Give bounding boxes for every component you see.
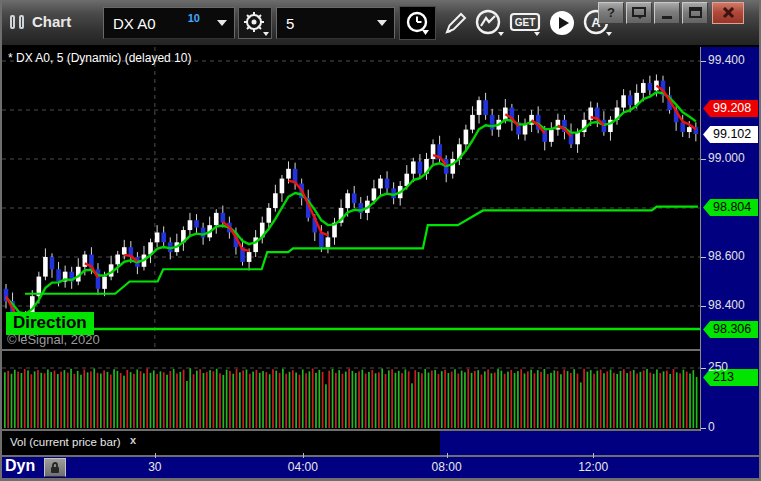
tick-mark: [447, 453, 448, 458]
minimize-button[interactable]: [654, 2, 680, 24]
dock-window-icon: [632, 7, 646, 19]
time-axis[interactable]: Dyn 3004:0008:0012:00: [2, 457, 759, 478]
close-icon: [722, 7, 735, 19]
chart-symbol-label: * DX A0, 5 (Dynamic) (delayed 10): [8, 51, 191, 65]
tick-mark: [701, 428, 706, 429]
chevron-down-icon: [606, 32, 612, 36]
trail-price-badge: 98.804: [703, 199, 758, 216]
dynamic-scale-toggle[interactable]: Dyn: [5, 457, 35, 475]
clock-icon: [405, 10, 431, 36]
price-chart-panel[interactable]: * DX A0, 5 (Dynamic) (delayed 10) Direct…: [2, 47, 700, 349]
chevron-down-icon: [534, 32, 540, 36]
tab-volume-study[interactable]: Vol (current price bar): [10, 436, 121, 448]
candlestick-chart: [2, 47, 700, 349]
price-tick-label: 98.400: [708, 298, 745, 312]
line-chart-icon: [474, 8, 506, 38]
chevron-down-icon: [263, 32, 269, 36]
close-tab-icon[interactable]: x: [130, 434, 136, 446]
price-tick-label: 99.400: [708, 53, 745, 67]
scale-lock-button[interactable]: [44, 458, 66, 477]
maximize-icon: [689, 7, 702, 19]
last-price-badge: 99.102: [703, 126, 758, 143]
draw-tool-button[interactable]: [440, 6, 472, 40]
tick-mark: [593, 453, 594, 458]
tick-mark: [701, 159, 706, 160]
price-axis[interactable]: 99.208 99.102 98.804 98.306 213 99.40099…: [700, 47, 759, 455]
chevron-down-icon: [377, 20, 387, 26]
volume-tick-label: 250: [708, 360, 728, 374]
line-study-button[interactable]: [472, 6, 508, 40]
study-tab-bar: Vol (current price bar) x: [2, 431, 440, 455]
tick-mark: [701, 61, 706, 62]
ma-price-badge: 99.208: [703, 100, 758, 117]
price-tick-label: 98.600: [708, 249, 745, 263]
tick-mark: [701, 368, 706, 369]
chevron-down-icon: [498, 32, 504, 36]
pencil-icon: [442, 9, 470, 37]
time-tick-label: 08:00: [432, 460, 462, 474]
window-title: Chart: [32, 13, 71, 30]
close-button[interactable]: [712, 2, 744, 24]
price-tick-label: 99.000: [708, 151, 745, 165]
esignal-watermark: © eSignal, 2020: [7, 332, 100, 347]
direction-price-badge: 98.306: [703, 321, 758, 338]
bottom-axis-filler: [440, 431, 759, 455]
time-tick-label: 04:00: [288, 460, 318, 474]
titlebar: Chart DX A0 10 5: [2, 0, 759, 46]
settings-button[interactable]: [238, 7, 272, 39]
svg-text:GET: GET: [515, 17, 536, 28]
symbol-dropdown[interactable]: DX A0 10: [103, 7, 235, 39]
chart-window-icon: [10, 15, 26, 29]
tick-mark: [303, 453, 304, 458]
interval-value: 5: [286, 15, 294, 32]
time-tick-label: 12:00: [578, 460, 608, 474]
dock-window-button[interactable]: [626, 2, 652, 24]
volume-chart: [2, 351, 700, 429]
maximize-button[interactable]: [682, 2, 708, 24]
symbol-superscript: 10: [188, 12, 200, 24]
chart-window: Chart DX A0 10 5: [0, 0, 761, 481]
gear-icon: [239, 8, 271, 38]
symbol-value: DX A0: [113, 15, 156, 32]
chevron-down-icon: [217, 20, 227, 26]
tick-mark: [701, 306, 706, 307]
lock-icon: [49, 461, 61, 474]
help-button[interactable]: ?: [598, 2, 624, 24]
get-icon: GET: [509, 8, 543, 38]
tick-mark: [701, 257, 706, 258]
time-tick-label: 30: [148, 460, 161, 474]
tick-mark: [155, 453, 156, 458]
play-replay-button[interactable]: [545, 6, 579, 40]
volume-panel[interactable]: [2, 351, 700, 429]
interval-dropdown[interactable]: 5: [276, 7, 395, 39]
get-data-button[interactable]: GET: [508, 6, 544, 40]
time-interval-button[interactable]: [399, 6, 436, 40]
play-icon: [547, 8, 577, 38]
minimize-icon: [661, 8, 673, 20]
